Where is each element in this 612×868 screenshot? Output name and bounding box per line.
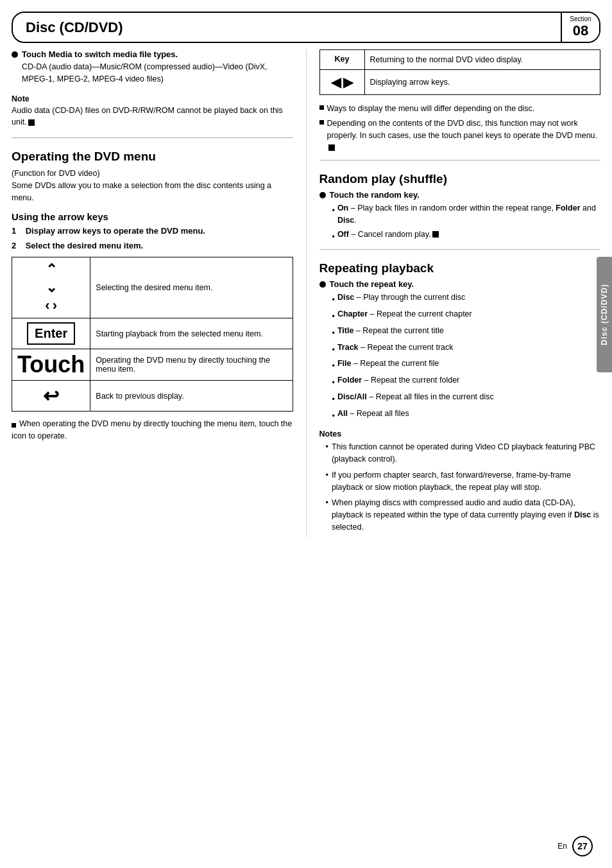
divider-3 — [319, 249, 601, 250]
section-number: 08 — [573, 22, 588, 39]
list-item: • Track – Repeat the current track — [332, 342, 601, 356]
bullet-icon: • — [332, 394, 335, 406]
dvd-menu-heading: Operating the DVD menu — [12, 150, 293, 164]
footer-note-left: When operating the DVD menu by directly … — [12, 418, 293, 442]
bullet-icon: • — [332, 344, 335, 356]
table-row: ⌃ ⌄ ‹ › Selecting the desired menu item. — [12, 257, 293, 318]
bullet-icon: • — [326, 469, 328, 482]
table-row: Key Returning to the normal DVD video di… — [319, 50, 600, 70]
right-arrow-icon: › — [53, 297, 57, 314]
table-row: Touch Operating the DVD menu by directly… — [12, 349, 293, 381]
bullet-section-1: Touch Media to switch media file types. … — [12, 49, 293, 85]
bullet-icon: • — [332, 294, 335, 306]
note-body: Audio data (CD-DA) files on DVD-R/RW/ROM… — [12, 105, 293, 129]
key-desc-touch: Operating the DVD menu by directly touch… — [90, 349, 293, 381]
left-arrow-icon: ‹ — [45, 297, 49, 314]
arrow-keys-heading: Using the arrow keys — [12, 211, 293, 222]
page-title: Disc (CD/DVD) — [13, 13, 561, 42]
right-note-2: Depending on the contents of the DVD dis… — [319, 117, 601, 153]
list-item: • Off – Cancel random play. — [332, 229, 601, 243]
main-content: Touch Media to switch media file types. … — [12, 43, 600, 537]
stop-icon — [432, 231, 439, 238]
right-arrow-sm-icon: ▶ — [343, 75, 353, 89]
section-label: Section — [570, 15, 591, 22]
bullet-icon: • — [332, 360, 335, 372]
key-desc-arrows: Displaying arrow keys. — [364, 70, 600, 95]
bullet-icon: • — [332, 311, 335, 323]
sq-bullet-icon — [319, 120, 324, 125]
random-bullet-text: Touch the random key. — [330, 190, 420, 200]
section-badge: Section 08 — [561, 13, 599, 42]
bullet-icon: • — [332, 205, 335, 217]
key-cell-arrows: ◀ ▶ — [319, 70, 364, 95]
key-cell-touch: Touch — [12, 349, 90, 381]
list-item: • Chapter – Repeat the current chapter — [332, 308, 601, 323]
side-tab: Disc (CD/DVD) — [597, 257, 612, 372]
note-title: Note — [12, 94, 293, 103]
bullet-dot-repeat — [319, 281, 326, 288]
bullet-icon: • — [332, 410, 335, 422]
list-item: • Disc – Play through the current disc — [332, 291, 601, 306]
left-column: Touch Media to switch media file types. … — [12, 49, 307, 537]
page-header: Disc (CD/DVD) Section 08 — [12, 12, 600, 43]
stop-icon — [28, 119, 35, 126]
list-item: • Title – Repeat the current title — [332, 325, 601, 340]
bullet-icon: • — [332, 231, 335, 243]
repeat-bullet-title: Touch the repeat key. — [319, 279, 601, 289]
key-table-left: ⌃ ⌄ ‹ › Selecting the desired menu item.… — [12, 257, 293, 412]
sq-bullet-icon — [319, 105, 324, 110]
table-row: ↩ Back to previous display. — [12, 381, 293, 412]
dvd-menu-sub: (Function for DVD video)Some DVDs allow … — [12, 168, 293, 204]
key-cell-enter: Enter — [12, 318, 90, 349]
lr-arrows: ‹ › — [45, 297, 57, 314]
list-item: • If you perform chapter search, fast fo… — [326, 469, 601, 494]
step1: 1 Display arrow keys to operate the DVD … — [12, 226, 293, 236]
table-row: Enter Starting playback from the selecte… — [12, 318, 293, 349]
key-desc-key: Returning to the normal DVD video displa… — [364, 50, 600, 70]
back-icon: ↩ — [43, 385, 59, 406]
key-cell-key: Key — [319, 50, 364, 70]
note-section: Note Audio data (CD-DA) files on DVD-R/R… — [12, 94, 293, 129]
divider-2 — [319, 160, 601, 161]
bullet-title-text-1: Touch Media to switch media file types. — [22, 49, 178, 59]
arrow-icons: ⌃ ⌄ ‹ › — [17, 261, 85, 314]
key-cell-back: ↩ — [12, 381, 90, 412]
list-item: • File – Repeat the current file — [332, 358, 601, 372]
bullet-icon: • — [332, 327, 335, 340]
key-cell-chevrons: ⌃ ⌄ ‹ › — [12, 257, 90, 318]
random-heading: Random play (shuffle) — [319, 172, 601, 186]
bullet-title-1: Touch Media to switch media file types. — [12, 49, 293, 59]
repeat-heading: Repeating playback — [319, 261, 601, 275]
enter-key: Enter — [27, 322, 75, 345]
bullet-dot-1 — [12, 51, 18, 58]
key-table-right-top: Key Returning to the normal DVD video di… — [319, 49, 601, 95]
list-item: • On – Play back files in random order w… — [332, 202, 601, 227]
bullet-body-1: CD-DA (audio data)—Music/ROM (compressed… — [12, 61, 293, 85]
sq-bullet-icon — [12, 423, 16, 428]
bullet-icon: • — [326, 441, 328, 453]
divider-1 — [12, 137, 293, 138]
right-column: Key Returning to the normal DVD video di… — [307, 49, 601, 537]
key-desc-chevrons: Selecting the desired menu item. — [90, 257, 293, 318]
down-arrow-icon: ⌄ — [46, 279, 57, 296]
list-item: • Disc/All – Repeat all files in the cur… — [332, 391, 601, 406]
repeat-bullet-text: Touch the repeat key. — [330, 279, 414, 289]
up-arrow-icon: ⌃ — [46, 261, 57, 278]
list-item: • Folder – Repeat the current folder — [332, 374, 601, 389]
list-item: • All – Repeat all files — [332, 408, 601, 422]
side-tab-text: Disc (CD/DVD) — [600, 284, 609, 345]
right-note-1: Ways to display the menu will differ dep… — [319, 103, 601, 115]
notes-title: Notes — [319, 430, 601, 438]
table-row: ◀ ▶ Displaying arrow keys. — [319, 70, 600, 95]
left-arrow-sm-icon: ◀ — [331, 75, 341, 89]
repeat-items-list: • Disc – Play through the current disc •… — [332, 291, 601, 422]
list-item: • This function cannot be operated durin… — [326, 441, 601, 465]
bullet-icon: • — [326, 497, 328, 509]
step2: 2 Select the desired menu item. — [12, 241, 293, 250]
page-footer: En 27 — [557, 836, 593, 856]
stop-icon — [328, 144, 335, 151]
random-bullet-title: Touch the random key. — [319, 190, 601, 200]
key-desc-enter: Starting playback from the selected menu… — [90, 318, 293, 349]
touch-key: Touch — [17, 351, 85, 378]
key-desc-back: Back to previous display. — [90, 381, 293, 412]
